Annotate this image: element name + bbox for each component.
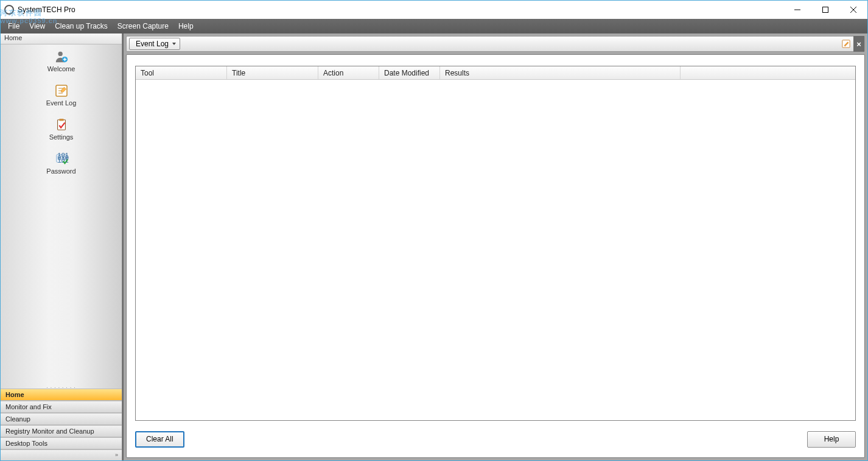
clear-all-button[interactable]: Clear All: [135, 431, 184, 448]
app-title: SystemTECH Pro: [18, 5, 75, 14]
menu-screen-capture[interactable]: Screen Capture: [113, 20, 173, 32]
sidebar-item-label: Welcome: [47, 65, 75, 72]
col-date-modified[interactable]: Date Modified: [379, 66, 440, 79]
event-log-table: Tool Title Action Date Modified Results: [135, 66, 856, 421]
svg-rect-1: [823, 7, 828, 13]
table-body: [136, 80, 855, 420]
minimize-button[interactable]: [783, 1, 811, 19]
svg-point-4: [58, 52, 62, 56]
sidebar-item-label: Settings: [49, 133, 74, 141]
menu-cleanup-tracks[interactable]: Clean up Tracks: [50, 20, 113, 32]
menu-help[interactable]: Help: [173, 20, 198, 32]
bottom-nav-registry[interactable]: Registry Monitor and Cleanup: [1, 425, 122, 437]
menu-view[interactable]: View: [24, 20, 50, 32]
col-title[interactable]: Title: [227, 66, 318, 79]
bottom-nav-monitor-fix[interactable]: Monitor and Fix: [1, 401, 122, 413]
table-header-row: Tool Title Action Date Modified Results: [136, 66, 855, 80]
help-button[interactable]: Help: [807, 431, 856, 448]
sidebar-section-header: Home: [1, 33, 122, 44]
sidebar-item-password[interactable]: 101010010101101010 Password: [1, 150, 122, 176]
dropdown-label: Event Log: [136, 40, 169, 48]
maximize-button[interactable]: [811, 1, 839, 19]
person-plus-icon: [53, 49, 70, 64]
sidebar-bottom-nav: Home Monitor and Fix Cleanup Registry Mo…: [1, 389, 122, 460]
footer-row: Clear All Help: [135, 428, 856, 450]
col-spacer: [681, 66, 855, 79]
window-controls: [783, 1, 867, 19]
sidebar-item-settings[interactable]: Settings: [1, 116, 122, 142]
sidebar-item-label: Event Log: [46, 99, 77, 107]
main-content: Tool Title Action Date Modified Results …: [126, 54, 865, 458]
close-button[interactable]: [839, 1, 867, 19]
main-header: Event Log ×: [126, 36, 865, 52]
chevron-down-icon: »: [115, 452, 118, 458]
edit-icon[interactable]: [841, 39, 851, 49]
clipboard-check-icon: [53, 118, 70, 132]
sidebar-item-welcome[interactable]: Welcome: [1, 48, 122, 74]
svg-rect-10: [57, 120, 65, 130]
binary-shield-icon: 101010010101101010: [53, 152, 70, 166]
sidebar-item-label: Password: [46, 167, 75, 175]
col-action[interactable]: Action: [318, 66, 379, 79]
notepad-icon: [53, 83, 70, 98]
main-panel: Event Log × Tool Title Action Date Modif…: [122, 33, 867, 460]
col-tool[interactable]: Tool: [136, 66, 227, 79]
close-panel-button[interactable]: ×: [853, 36, 864, 52]
menu-file[interactable]: File: [3, 20, 24, 32]
chevron-down-icon: [172, 43, 176, 45]
bottom-nav-cleanup[interactable]: Cleanup: [1, 413, 122, 425]
menubar: File View Clean up Tracks Screen Capture…: [1, 19, 867, 33]
sidebar-nav: Welcome Event Log Settings 101010: [1, 44, 122, 385]
bottom-nav-home[interactable]: Home: [1, 389, 122, 401]
app-window: 河东软件园 www.pc0359.cn SystemTECH Pro File …: [0, 0, 868, 461]
bottom-nav-desktop-tools[interactable]: Desktop Tools: [1, 437, 122, 449]
col-results[interactable]: Results: [440, 66, 681, 79]
bottom-nav-expand[interactable]: »: [1, 449, 122, 460]
svg-rect-11: [59, 119, 63, 121]
app-icon: [4, 5, 14, 15]
sidebar: Home Welcome Event Log: [1, 33, 122, 460]
titlebar: SystemTECH Pro: [1, 1, 867, 19]
event-log-dropdown[interactable]: Event Log: [129, 38, 180, 50]
sidebar-item-event-log[interactable]: Event Log: [1, 82, 122, 108]
